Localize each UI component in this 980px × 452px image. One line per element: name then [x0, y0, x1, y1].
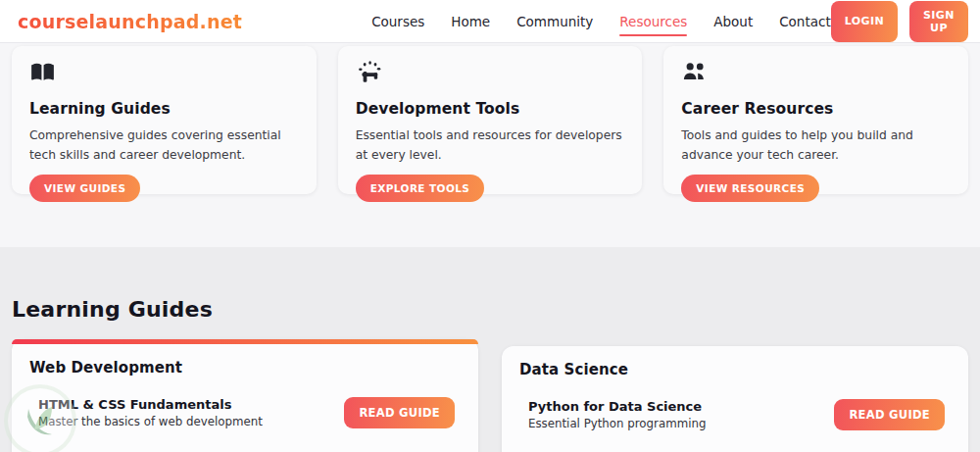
guide-category-title: Data Science [519, 361, 945, 378]
guide-title: Python for Data Science [528, 399, 706, 414]
resources-overview-section: Learning Guides Comprehensive guides cov… [0, 43, 980, 247]
nav-item-community[interactable]: Community [516, 14, 593, 29]
nav-item-about[interactable]: About [713, 14, 753, 29]
card-career-resources: Career Resources Tools and guides to hel… [663, 46, 968, 194]
card-development-tools: Development Tools Essential tools and re… [338, 46, 643, 194]
login-button[interactable]: LOGIN [831, 1, 898, 42]
main-nav: Courses Home Community Resources About C… [371, 14, 831, 29]
guide-subtitle: Essential Python programming [528, 417, 706, 430]
view-guides-button[interactable]: VIEW GUIDES [29, 175, 140, 202]
site-logo[interactable]: courselaunchpad.net [18, 11, 242, 32]
guide-list-item: Python for Data Science Essential Python… [528, 399, 945, 430]
resource-card-title: Learning Guides [29, 100, 299, 118]
top-navigation-bar: courselaunchpad.net Courses Home Communi… [0, 0, 980, 43]
guide-category-title: Web Development [29, 359, 455, 377]
guide-card-data-science: Data Science Python for Data Science Ess… [502, 346, 968, 452]
learning-guides-section: Learning Guides Web Development HTML & C… [0, 297, 980, 452]
guide-title: HTML & CSS Fundamentals [38, 397, 263, 412]
auth-buttons: LOGIN SIGN UP [831, 1, 968, 42]
read-guide-button[interactable]: READ GUIDE [834, 399, 945, 430]
resource-card-title: Career Resources [681, 100, 951, 118]
hammer-sparks-icon [356, 60, 382, 85]
resource-card-description: Comprehensive guides covering essential … [29, 126, 299, 165]
open-book-icon [29, 60, 56, 85]
card-learning-guides: Learning Guides Comprehensive guides cov… [12, 46, 317, 194]
guide-list-item: HTML & CSS Fundamentals Master the basic… [38, 397, 455, 428]
nav-item-home[interactable]: Home [451, 14, 490, 29]
nav-item-contact[interactable]: Contact [779, 14, 831, 29]
nav-item-resources[interactable]: Resources [619, 14, 687, 29]
view-resources-button[interactable]: VIEW RESOURCES [681, 175, 819, 202]
resource-card-title: Development Tools [356, 100, 625, 118]
guide-category-cards-row: Web Development HTML & CSS Fundamentals … [12, 339, 968, 452]
resource-card-description: Tools and guides to help you build and a… [681, 126, 951, 165]
guide-card-web-development: Web Development HTML & CSS Fundamentals … [12, 339, 478, 452]
resource-cards-row: Learning Guides Comprehensive guides cov… [12, 46, 968, 194]
read-guide-button[interactable]: READ GUIDE [344, 397, 455, 428]
resource-card-description: Essential tools and resources for develo… [356, 126, 625, 165]
section-heading: Learning Guides [12, 297, 968, 322]
guide-subtitle: Master the basics of web development [38, 415, 263, 428]
signup-button[interactable]: SIGN UP [909, 1, 968, 42]
users-icon [681, 60, 708, 85]
explore-tools-button[interactable]: EXPLORE TOOLS [356, 175, 485, 202]
nav-item-courses[interactable]: Courses [371, 14, 424, 29]
